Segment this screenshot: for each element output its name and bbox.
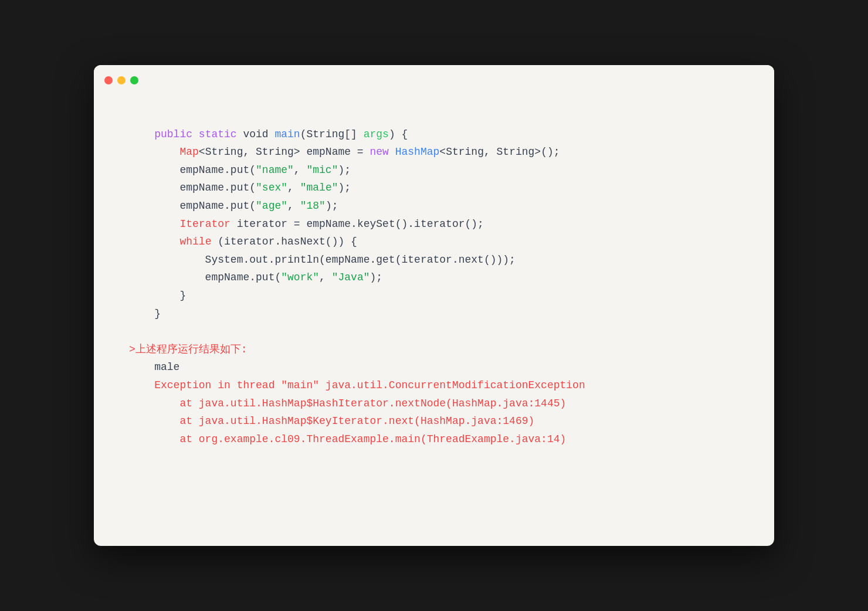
code-line-5: empName.put("age", "18"); <box>129 200 338 212</box>
minimize-button[interactable] <box>117 76 126 84</box>
blank-line-1 <box>129 325 135 337</box>
output-error2: at java.util.HashMap$HashIterator.nextNo… <box>129 398 566 409</box>
code-editor: public static void main(String[] args) {… <box>94 96 774 546</box>
code-line-8: System.out.println(empName.get(iterator.… <box>129 254 516 266</box>
code-line-11: } <box>129 308 161 320</box>
output-error4: at org.example.cl09.ThreadExample.main(T… <box>129 433 566 445</box>
maximize-button[interactable] <box>130 76 138 84</box>
code-line-3: empName.put("name", "mic"); <box>129 164 351 176</box>
output-error3: at java.util.HashMap$KeyIterator.next(Ha… <box>129 415 534 427</box>
output-comment: >上述程序运行结果如下: <box>129 344 247 355</box>
output-error1: Exception in thread "main" java.util.Con… <box>129 379 585 391</box>
code-line-2: Map<String, String> empName = new HashMa… <box>129 146 560 158</box>
code-line-1: public static void main(String[] args) { <box>129 128 408 140</box>
titlebar <box>94 65 774 96</box>
code-line-10: } <box>129 290 186 301</box>
app-window: public static void main(String[] args) {… <box>94 65 774 546</box>
close-button[interactable] <box>104 76 113 84</box>
code-line-9: empName.put("work", "Java"); <box>129 271 382 283</box>
code-line-7: while (iterator.hasNext()) { <box>129 236 357 247</box>
code-line-4: empName.put("sex", "male"); <box>129 182 351 194</box>
code-line-6: Iterator iterator = empName.keySet().ite… <box>129 218 484 230</box>
output-result: male <box>129 361 179 373</box>
